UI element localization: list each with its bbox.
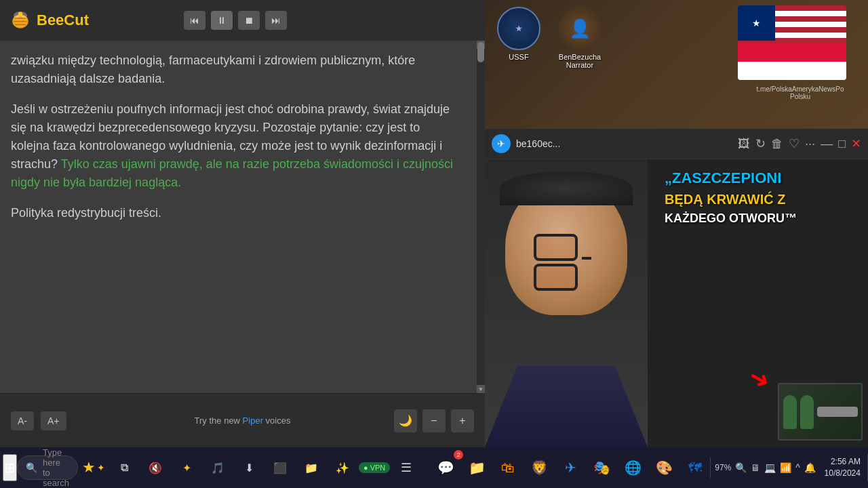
- taskbar-telegram[interactable]: ✈: [555, 453, 585, 483]
- social-maximize-btn[interactable]: □: [838, 137, 846, 151]
- post-title-line1: „ZASZCZEPIONI: [665, 169, 861, 187]
- left-panel: BeeCut ⏮ ⏸ ⏹ ⏭ związku między technologi…: [0, 0, 485, 447]
- show-hidden-icons[interactable]: ^: [795, 462, 800, 473]
- right-controls: 🌙 − +: [394, 409, 474, 432]
- taskbar-date: 10/8/2024: [820, 468, 861, 479]
- piper-link[interactable]: Piper: [243, 415, 263, 426]
- scrollbar[interactable]: ▲ ▼: [477, 41, 485, 393]
- social-heart-btn[interactable]: ♡: [789, 136, 800, 151]
- paragraph-2: Jeśli w ostrzeżeniu poufnych informacji …: [11, 100, 460, 192]
- forward-button[interactable]: ⏭: [265, 11, 287, 30]
- post-title-line3: KAŻDEGO OTWORU™: [665, 211, 861, 226]
- taskbar-download-icon[interactable]: ⬇: [234, 453, 264, 483]
- glasses-right-lens: [534, 264, 578, 291]
- social-minimize-btn[interactable]: —: [821, 137, 833, 151]
- vpn-badge[interactable]: ● VPN: [359, 462, 390, 473]
- post-image-area: „ZASZCZEPIONI BĘDĄ KRWAWIĆ Z KAŻDEGO OTW…: [485, 159, 868, 447]
- social-delete-btn[interactable]: 🗑: [771, 137, 783, 151]
- taskbar-music-icon[interactable]: 🎵: [203, 453, 233, 483]
- flag-channel-label: t.me/PolskaAmerykaNewsPoPolsku: [732, 85, 868, 100]
- person-area: [485, 159, 648, 447]
- taskbar-sparkle-icon[interactable]: ✨: [328, 453, 357, 483]
- search-icon: 🔍: [26, 462, 37, 473]
- social-actions: 🖼 ↻ 🗑 ♡ ··· — □ ✕: [738, 136, 861, 151]
- social-close-btn[interactable]: ✕: [851, 136, 861, 151]
- bottom-controls: A- A+ Try the new Piper voices 🌙 − +: [0, 393, 485, 447]
- taskbar-pinned-apps: 💬 📁 🛍 🦁 ✈ 🎭 🌐 🎨 🗺: [431, 453, 710, 483]
- text-reading-area: związku między technologią, farmaceutyka…: [0, 41, 485, 393]
- moon-button[interactable]: 🌙: [394, 409, 417, 432]
- telegram-icon: ✈: [492, 134, 511, 153]
- pause-button[interactable]: ⏸: [211, 11, 233, 30]
- glasses-frame: [532, 234, 641, 268]
- notification-icon[interactable]: 🔔: [804, 462, 816, 473]
- taskbar-star-icon[interactable]: ✦: [172, 453, 201, 483]
- polish-flag: [738, 43, 846, 80]
- text-content: związku między technologią, farmaceutyka…: [11, 52, 471, 222]
- taskbar-app-orange[interactable]: 🛍: [493, 453, 523, 483]
- desktop-area: ★ USSF 👤 BenBezuchaNarrator ★ t.me/Polsk…: [485, 0, 868, 129]
- taskbar-apps: ⧉ 🔇 ✦ 🎵 ⬇ ⬛ 📁 ✨ ● VPN ☰: [109, 453, 421, 483]
- taskbar-search-bar[interactable]: 🔍 Type here to search: [17, 455, 78, 480]
- social-panel: ✈ be160ec... 🖼 ↻ 🗑 ♡ ··· — □ ✕: [485, 129, 868, 159]
- paragraph-4: Polityka redystrybucji treści.: [11, 204, 460, 222]
- taskbar-clock[interactable]: 2:56 AM 10/8/2024: [820, 456, 861, 479]
- paragraph-4-text: Polityka redystrybucji treści.: [11, 206, 161, 220]
- social-image-btn[interactable]: 🖼: [738, 137, 750, 151]
- piper-promo: Try the new Piper voices: [195, 415, 291, 426]
- glasses-left-lens: [534, 234, 578, 261]
- font-increase-button[interactable]: A+: [41, 411, 66, 430]
- post-main: „ZASZCZEPIONI BĘDĄ KRWAWIĆ Z KAŻDEGO OTW…: [485, 159, 868, 447]
- beecut-logo: BeeCut: [9, 9, 89, 31]
- social-refresh-btn[interactable]: ↻: [755, 136, 766, 151]
- glasses-bridge: [582, 257, 591, 260]
- taskbar-screen-icon[interactable]: ⬛: [265, 453, 295, 483]
- taskbar-maps-app[interactable]: 🗺: [680, 453, 710, 483]
- taskbar-file-explorer[interactable]: 📁: [462, 453, 492, 483]
- paragraph-1: związku między technologią, farmaceutyka…: [11, 52, 460, 88]
- desktop-icon-ussf[interactable]: ★ USSF: [492, 7, 546, 61]
- taskbar-brave[interactable]: 🦁: [524, 453, 554, 483]
- laptop-icon[interactable]: 💻: [764, 462, 776, 473]
- social-more-btn[interactable]: ···: [805, 137, 815, 151]
- taskbar-folder-icon[interactable]: 📁: [296, 453, 326, 483]
- zoom-in-button[interactable]: +: [451, 409, 474, 432]
- font-decrease-button[interactable]: A-: [11, 411, 34, 430]
- scrollbar-down-arrow[interactable]: ▼: [477, 385, 485, 393]
- taskbar: ⊞ 🔍 Type here to search ★ ✦ ⧉ 🔇 ✦ 🎵 ⬇ ⬛ …: [0, 447, 868, 488]
- desktop-icon-benbezucha[interactable]: 👤 BenBezuchaNarrator: [553, 7, 607, 69]
- cortana-icon[interactable]: ★: [82, 459, 96, 476]
- taskbar-audio-icon[interactable]: 🔇: [140, 453, 170, 483]
- network-icon[interactable]: 📶: [780, 462, 791, 473]
- taskbar-whatsapp[interactable]: 💬: [431, 453, 460, 483]
- tray-divider: [710, 458, 711, 478]
- zoom-out-button[interactable]: −: [422, 409, 446, 432]
- shirt-area: [485, 366, 648, 447]
- stop-button[interactable]: ⏹: [238, 11, 260, 30]
- rewind-button[interactable]: ⏮: [184, 11, 205, 30]
- taskbar-right-tray: 97% 🔍 🖥 💻 📶 ^ 🔔 2:56 AM 10/8/2024: [710, 454, 868, 481]
- magnifier-icon[interactable]: 🔍: [735, 462, 747, 473]
- piper-promo-text: Try the new: [195, 415, 243, 426]
- post-title-line2: BĘDĄ KRWAWIĆ Z: [665, 191, 861, 207]
- hamburger-menu[interactable]: ☰: [391, 453, 421, 483]
- sparkle-icon[interactable]: ✦: [97, 462, 105, 473]
- ussf-icon-image: ★: [497, 7, 540, 50]
- svg-point-7: [18, 12, 22, 16]
- search-placeholder-text: Type here to search: [43, 447, 69, 488]
- start-button[interactable]: ⊞: [3, 454, 17, 481]
- taskbar-time: 2:56 AM: [820, 456, 861, 468]
- piper-suffix: voices: [263, 415, 290, 426]
- benbezucha-icon-image: 👤: [558, 7, 601, 50]
- beecut-logo-text: BeeCut: [37, 12, 89, 29]
- task-view-button[interactable]: ⧉: [109, 453, 139, 483]
- right-panel: ★ USSF 👤 BenBezuchaNarrator ★ t.me/Polsk…: [485, 0, 868, 447]
- hair-area: [500, 171, 633, 205]
- flag-corner: ★ t.me/PolskaAmerykaNewsPoPolsku: [732, 0, 868, 115]
- scrollbar-thumb[interactable]: [477, 42, 484, 62]
- beecut-logo-icon: [9, 9, 31, 31]
- taskbar-red-app[interactable]: 🎭: [587, 453, 616, 483]
- taskbar-browser[interactable]: 🌐: [618, 453, 648, 483]
- display-icon[interactable]: 🖥: [751, 462, 760, 473]
- taskbar-art-app[interactable]: 🎨: [649, 453, 679, 483]
